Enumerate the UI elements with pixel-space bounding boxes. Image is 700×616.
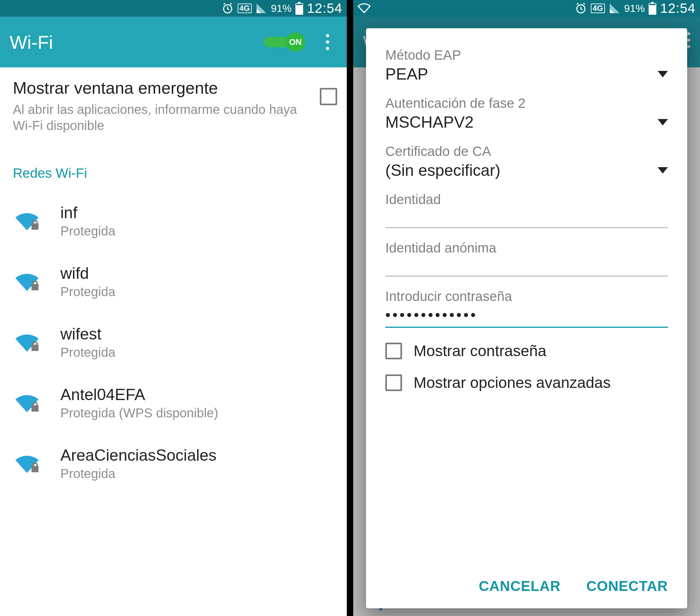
popup-title: Mostrar ventana emergente [13, 78, 310, 98]
page-title: Wi-Fi [10, 31, 264, 53]
eap-method-label: Método EAP [385, 48, 668, 63]
svg-rect-17 [649, 4, 656, 5]
ca-cert-label: Certificado de CA [385, 144, 668, 159]
wifi-status-icon [358, 3, 371, 13]
eap-method-field[interactable]: Método EAP PEAP [385, 48, 668, 84]
popup-checkbox[interactable] [320, 88, 337, 105]
show-password-row[interactable]: Mostrar contraseña [385, 342, 668, 360]
networks-section-label: Redes Wi-Fi [0, 146, 347, 191]
lte-icon: 4G [238, 3, 252, 13]
status-bar: 4G 91% 12:54 [0, 0, 347, 17]
show-advanced-row[interactable]: Mostrar opciones avanzadas [385, 374, 668, 392]
ca-cert-field[interactable]: Certificado de CA (Sin especificar) [385, 144, 668, 180]
signal-icon [609, 3, 620, 14]
network-name: wifest [60, 325, 115, 343]
cancel-button[interactable]: CANCELAR [479, 578, 561, 594]
network-name: Antel04EFA [60, 385, 218, 404]
eap-method-value: PEAP [385, 65, 658, 84]
overflow-menu-button[interactable] [318, 34, 337, 50]
connect-button[interactable]: CONECTAR [586, 578, 668, 594]
svg-rect-16 [651, 2, 654, 3]
network-item[interactable]: AreaCienciasSociales Protegida [0, 433, 347, 494]
network-item[interactable]: wifd Protegida [0, 251, 347, 312]
network-item[interactable]: wifest Protegida [0, 312, 347, 372]
network-status: Protegida [60, 285, 115, 299]
password-field[interactable]: Introducir contraseña ••••••••••••• [385, 289, 668, 328]
battery-percent: 91% [624, 3, 645, 14]
battery-icon [649, 2, 656, 15]
show-password-label: Mostrar contraseña [414, 342, 547, 360]
network-name: AreaCienciasSociales [60, 446, 216, 465]
signal-icon [255, 3, 267, 14]
lte-icon: 4G [591, 3, 605, 13]
wifi-lock-icon [13, 452, 41, 475]
wifi-lock-icon [13, 331, 41, 354]
phone-left: 4G 91% 12:54 Wi-Fi ON Mostrar ventana em… [0, 0, 347, 616]
wifi-toggle[interactable]: ON [264, 33, 305, 52]
dialog-actions: CANCELAR CONECTAR [366, 568, 687, 608]
show-advanced-checkbox[interactable] [385, 374, 402, 391]
network-item[interactable]: inf Protegida [0, 191, 347, 251]
network-name: inf [60, 203, 115, 222]
lte-label: 4G [239, 4, 250, 12]
show-advanced-label: Mostrar opciones avanzadas [414, 374, 611, 392]
wifi-lock-icon [13, 270, 41, 293]
wifi-toggle-thumb: ON [286, 33, 305, 52]
content-area: Mostrar ventana emergente Al abrir las a… [0, 67, 347, 616]
ca-cert-value: (Sin especificar) [385, 161, 658, 180]
wifi-lock-icon [13, 392, 41, 414]
network-status: Protegida [60, 466, 216, 481]
chevron-down-icon [658, 71, 668, 77]
app-bar: Wi-Fi ON [0, 17, 347, 67]
battery-icon [296, 2, 303, 15]
popup-subtitle: Al abrir las aplicaciones, informarme cu… [13, 101, 310, 133]
anon-identity-label: Identidad anónima [385, 240, 668, 256]
wifi-connect-dialog: Método EAP PEAP Autenticación de fase 2 … [366, 28, 687, 608]
status-time: 12:54 [307, 1, 342, 16]
popup-notification-row[interactable]: Mostrar ventana emergente Al abrir las a… [0, 67, 347, 146]
status-bar: 4G 91% 12:54 [353, 0, 700, 17]
network-name: wifd [60, 264, 115, 283]
status-time: 12:54 [660, 1, 696, 16]
svg-rect-3 [296, 4, 302, 5]
show-password-checkbox[interactable] [385, 343, 402, 359]
anon-identity-field[interactable]: Identidad anónima [385, 240, 668, 277]
alarm-icon [575, 2, 587, 14]
svg-rect-2 [298, 2, 301, 3]
identity-label: Identidad [385, 192, 668, 207]
lte-label: 4G [593, 4, 603, 12]
phase2-auth-value: MSCHAPV2 [385, 113, 658, 131]
alarm-icon [222, 2, 234, 14]
phone-right: 4G 91% 12:54 W M Al ha Re Método [353, 0, 700, 616]
network-status: Protegida [60, 224, 115, 239]
phase2-auth-field[interactable]: Autenticación de fase 2 MSCHAPV2 [385, 95, 668, 131]
password-label: Introducir contraseña [385, 289, 668, 304]
network-item[interactable]: Antel04EFA Protegida (WPS disponible) [0, 372, 347, 433]
network-status: Protegida [60, 345, 115, 360]
wifi-lock-icon [13, 210, 41, 232]
network-status: Protegida (WPS disponible) [60, 406, 218, 420]
chevron-down-icon [658, 119, 668, 126]
screenshot-divider [347, 0, 353, 616]
battery-percent: 91% [271, 3, 291, 14]
password-value: ••••••••••••• [385, 306, 668, 323]
identity-field[interactable]: Identidad [385, 192, 668, 228]
phase2-auth-label: Autenticación de fase 2 [385, 95, 668, 111]
chevron-down-icon [658, 167, 668, 174]
